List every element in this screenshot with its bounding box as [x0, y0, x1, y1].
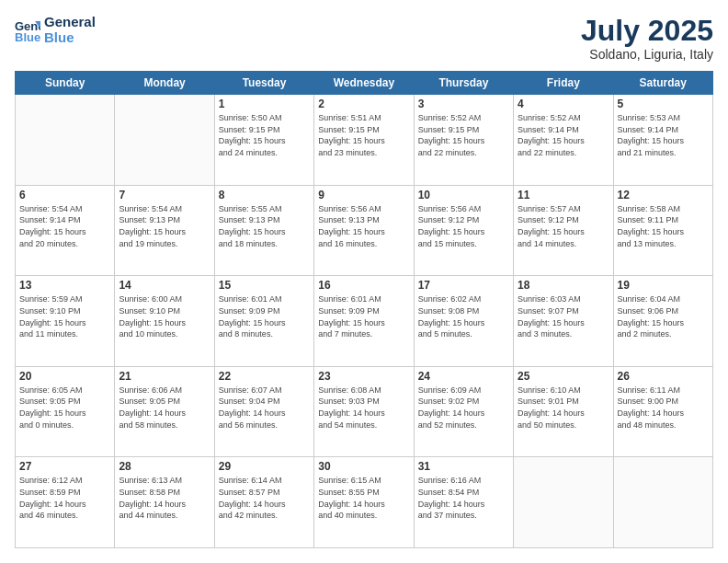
calendar-cell: 22Sunrise: 6:07 AM Sunset: 9:04 PM Dayli… — [214, 366, 313, 457]
day-info: Sunrise: 6:11 AM Sunset: 9:00 PM Dayligh… — [618, 385, 709, 431]
day-number: 7 — [119, 189, 210, 201]
calendar-cell: 20Sunrise: 6:05 AM Sunset: 9:05 PM Dayli… — [16, 366, 115, 457]
calendar-cell: 30Sunrise: 6:15 AM Sunset: 8:55 PM Dayli… — [314, 457, 414, 548]
calendar-cell: 17Sunrise: 6:02 AM Sunset: 9:08 PM Dayli… — [414, 276, 513, 367]
day-info: Sunrise: 6:00 AM Sunset: 9:10 PM Dayligh… — [119, 293, 210, 339]
day-header-sunday: Sunday — [16, 72, 115, 95]
day-number: 19 — [618, 279, 709, 292]
calendar-cell: 7Sunrise: 5:54 AM Sunset: 9:13 PM Daylig… — [115, 185, 214, 276]
week-row-4: 27Sunrise: 6:12 AM Sunset: 8:59 PM Dayli… — [16, 457, 713, 548]
day-number: 17 — [418, 279, 509, 292]
calendar-cell: 9Sunrise: 5:56 AM Sunset: 9:13 PM Daylig… — [314, 185, 414, 276]
day-number: 9 — [318, 189, 409, 201]
day-number: 28 — [119, 460, 210, 473]
day-number: 21 — [119, 370, 210, 383]
calendar-cell: 28Sunrise: 6:13 AM Sunset: 8:58 PM Dayli… — [115, 457, 214, 548]
calendar-cell: 16Sunrise: 6:01 AM Sunset: 9:09 PM Dayli… — [314, 276, 414, 367]
day-info: Sunrise: 5:59 AM Sunset: 9:10 PM Dayligh… — [19, 293, 110, 339]
calendar-cell: 12Sunrise: 5:58 AM Sunset: 9:11 PM Dayli… — [613, 185, 712, 276]
day-number: 25 — [518, 370, 609, 383]
day-number: 3 — [418, 98, 509, 110]
logo-general: General — [44, 15, 96, 30]
calendar-cell: 1Sunrise: 5:50 AM Sunset: 9:15 PM Daylig… — [214, 95, 313, 186]
day-number: 22 — [219, 370, 310, 383]
day-number: 30 — [318, 460, 409, 473]
day-info: Sunrise: 6:01 AM Sunset: 9:09 PM Dayligh… — [219, 293, 310, 339]
day-info: Sunrise: 5:54 AM Sunset: 9:14 PM Dayligh… — [19, 203, 110, 249]
calendar-cell: 2Sunrise: 5:51 AM Sunset: 9:15 PM Daylig… — [314, 95, 414, 186]
calendar-header-row: SundayMondayTuesdayWednesdayThursdayFrid… — [16, 72, 713, 95]
day-number: 27 — [19, 460, 110, 473]
day-number: 24 — [418, 370, 509, 383]
day-number: 29 — [219, 460, 310, 473]
day-number: 10 — [418, 189, 509, 201]
day-info: Sunrise: 5:53 AM Sunset: 9:14 PM Dayligh… — [618, 112, 709, 158]
day-info: Sunrise: 5:57 AM Sunset: 9:12 PM Dayligh… — [518, 203, 609, 249]
calendar-cell: 18Sunrise: 6:03 AM Sunset: 9:07 PM Dayli… — [514, 276, 613, 367]
page: General Blue General Blue July 2025 Sold… — [0, 0, 728, 563]
day-info: Sunrise: 6:13 AM Sunset: 8:58 PM Dayligh… — [119, 475, 210, 521]
day-header-monday: Monday — [115, 72, 214, 95]
calendar-cell: 21Sunrise: 6:06 AM Sunset: 9:05 PM Dayli… — [115, 366, 214, 457]
calendar-cell — [115, 95, 214, 186]
calendar-cell: 14Sunrise: 6:00 AM Sunset: 9:10 PM Dayli… — [115, 276, 214, 367]
logo: General Blue General Blue — [15, 15, 96, 45]
day-info: Sunrise: 6:16 AM Sunset: 8:54 PM Dayligh… — [418, 475, 509, 521]
day-number: 6 — [19, 189, 110, 201]
week-row-0: 1Sunrise: 5:50 AM Sunset: 9:15 PM Daylig… — [16, 95, 713, 186]
location: Soldano, Liguria, Italy — [581, 47, 713, 62]
header: General Blue General Blue July 2025 Sold… — [15, 15, 713, 62]
day-number: 8 — [219, 189, 310, 201]
day-info: Sunrise: 5:56 AM Sunset: 9:12 PM Dayligh… — [418, 203, 509, 249]
calendar-cell: 8Sunrise: 5:55 AM Sunset: 9:13 PM Daylig… — [214, 185, 313, 276]
day-number: 31 — [418, 460, 509, 473]
calendar-cell — [613, 457, 712, 548]
calendar-cell: 26Sunrise: 6:11 AM Sunset: 9:00 PM Dayli… — [613, 366, 712, 457]
day-number: 15 — [219, 279, 310, 292]
day-info: Sunrise: 5:54 AM Sunset: 9:13 PM Dayligh… — [119, 203, 210, 249]
week-row-1: 6Sunrise: 5:54 AM Sunset: 9:14 PM Daylig… — [16, 185, 713, 276]
calendar-cell: 19Sunrise: 6:04 AM Sunset: 9:06 PM Dayli… — [613, 276, 712, 367]
month-title: July 2025 — [581, 15, 713, 47]
day-number: 13 — [19, 279, 110, 292]
calendar-cell: 15Sunrise: 6:01 AM Sunset: 9:09 PM Dayli… — [214, 276, 313, 367]
day-info: Sunrise: 5:52 AM Sunset: 9:15 PM Dayligh… — [418, 112, 509, 158]
day-info: Sunrise: 5:58 AM Sunset: 9:11 PM Dayligh… — [618, 203, 709, 249]
day-info: Sunrise: 6:03 AM Sunset: 9:07 PM Dayligh… — [518, 293, 609, 339]
day-number: 4 — [518, 98, 609, 110]
day-info: Sunrise: 6:15 AM Sunset: 8:55 PM Dayligh… — [318, 475, 409, 521]
day-number: 23 — [318, 370, 409, 383]
day-info: Sunrise: 6:04 AM Sunset: 9:06 PM Dayligh… — [618, 293, 709, 339]
day-number: 5 — [618, 98, 709, 110]
logo-icon: General Blue — [15, 17, 40, 43]
day-info: Sunrise: 5:56 AM Sunset: 9:13 PM Dayligh… — [318, 203, 409, 249]
day-info: Sunrise: 6:09 AM Sunset: 9:02 PM Dayligh… — [418, 385, 509, 431]
day-header-wednesday: Wednesday — [314, 72, 414, 95]
calendar-cell — [16, 95, 115, 186]
day-number: 2 — [318, 98, 409, 110]
calendar-cell: 31Sunrise: 6:16 AM Sunset: 8:54 PM Dayli… — [414, 457, 513, 548]
day-info: Sunrise: 6:12 AM Sunset: 8:59 PM Dayligh… — [19, 475, 110, 521]
day-info: Sunrise: 6:10 AM Sunset: 9:01 PM Dayligh… — [518, 385, 609, 431]
calendar-cell: 6Sunrise: 5:54 AM Sunset: 9:14 PM Daylig… — [16, 185, 115, 276]
calendar-cell: 11Sunrise: 5:57 AM Sunset: 9:12 PM Dayli… — [514, 185, 613, 276]
calendar-cell: 23Sunrise: 6:08 AM Sunset: 9:03 PM Dayli… — [314, 366, 414, 457]
day-info: Sunrise: 5:55 AM Sunset: 9:13 PM Dayligh… — [219, 203, 310, 249]
day-header-saturday: Saturday — [613, 72, 712, 95]
calendar-cell: 10Sunrise: 5:56 AM Sunset: 9:12 PM Dayli… — [414, 185, 513, 276]
calendar-cell: 13Sunrise: 5:59 AM Sunset: 9:10 PM Dayli… — [16, 276, 115, 367]
calendar-cell: 5Sunrise: 5:53 AM Sunset: 9:14 PM Daylig… — [613, 95, 712, 186]
calendar-cell: 27Sunrise: 6:12 AM Sunset: 8:59 PM Dayli… — [16, 457, 115, 548]
week-row-2: 13Sunrise: 5:59 AM Sunset: 9:10 PM Dayli… — [16, 276, 713, 367]
calendar-cell — [514, 457, 613, 548]
day-header-friday: Friday — [514, 72, 613, 95]
day-info: Sunrise: 6:08 AM Sunset: 9:03 PM Dayligh… — [318, 385, 409, 431]
svg-text:Blue: Blue — [15, 30, 40, 43]
day-header-thursday: Thursday — [414, 72, 513, 95]
day-number: 1 — [219, 98, 310, 110]
day-info: Sunrise: 6:02 AM Sunset: 9:08 PM Dayligh… — [418, 293, 509, 339]
day-number: 20 — [19, 370, 110, 383]
week-row-3: 20Sunrise: 6:05 AM Sunset: 9:05 PM Dayli… — [16, 366, 713, 457]
day-number: 14 — [119, 279, 210, 292]
calendar-cell: 29Sunrise: 6:14 AM Sunset: 8:57 PM Dayli… — [214, 457, 313, 548]
